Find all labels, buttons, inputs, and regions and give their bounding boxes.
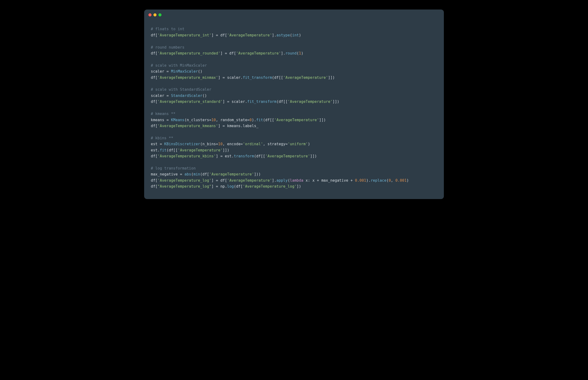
code-identifier: ) bbox=[301, 51, 303, 56]
code-function: min bbox=[193, 172, 200, 176]
code-identifier: ( bbox=[386, 178, 388, 183]
code-identifier: ]. bbox=[281, 51, 285, 56]
code-identifier: ( bbox=[290, 33, 292, 37]
code-function: log bbox=[227, 184, 234, 189]
code-function: abs bbox=[184, 172, 191, 176]
code-function: MinMaxScaler bbox=[171, 69, 198, 74]
code-identifier: (n_bins= bbox=[200, 142, 218, 146]
code-string: "AverageTemperature_log" bbox=[157, 184, 211, 189]
code-string: 'ordinal' bbox=[243, 142, 263, 146]
code-number: 0.001 bbox=[355, 178, 366, 183]
code-identifier: ] = np. bbox=[211, 184, 227, 189]
code-identifier: , bbox=[391, 178, 395, 183]
code-identifier: () bbox=[202, 94, 207, 98]
code-identifier: ] = df[ bbox=[220, 51, 236, 56]
code-line: df['AverageTemperature_standard'] = scal… bbox=[151, 99, 437, 105]
code-string: 'AverageTemperature' bbox=[288, 99, 332, 104]
code-identifier: df[ bbox=[151, 184, 157, 189]
code-identifier: ] = scaler. bbox=[223, 99, 247, 104]
code-identifier: , random_state= bbox=[216, 118, 250, 122]
code-line: df['AverageTemperature_minmax'] = scaler… bbox=[151, 75, 437, 81]
code-comment: # kbins ** bbox=[151, 136, 173, 140]
code-string: 'AverageTemperature_log' bbox=[157, 178, 211, 183]
code-line bbox=[151, 57, 437, 62]
code-function: fit bbox=[160, 148, 167, 152]
minimize-icon[interactable] bbox=[154, 13, 156, 17]
code-string: 'AverageTemperature_kmeans' bbox=[157, 124, 218, 128]
code-string: 'uniform' bbox=[288, 142, 308, 146]
code-identifier: (df[[ bbox=[277, 99, 288, 104]
code-identifier: ]]) bbox=[332, 99, 339, 104]
code-line bbox=[151, 81, 437, 87]
code-identifier: ] = kmeans.labels_ bbox=[218, 124, 259, 128]
code-line: df["AverageTemperature_log"] = np.log(df… bbox=[151, 184, 437, 190]
code-line bbox=[151, 105, 437, 111]
code-identifier: max_negative = bbox=[151, 172, 184, 176]
code-identifier: ) bbox=[299, 33, 301, 37]
code-string: 'AverageTemperature' bbox=[209, 172, 254, 176]
code-number: 1 bbox=[299, 51, 301, 56]
code-window: # floats to intdf['AverageTemperature_in… bbox=[144, 10, 444, 199]
code-line: df['AverageTemperature_log'] = df['Avera… bbox=[151, 178, 437, 184]
code-function: astype bbox=[277, 33, 290, 37]
code-line: df['AverageTemperature_rounded'] = df['A… bbox=[151, 51, 437, 57]
code-function: transform bbox=[234, 154, 254, 158]
code-line: est.fit(df[['AverageTemperature']]) bbox=[151, 147, 437, 153]
code-string: 'AverageTemperature' bbox=[178, 148, 223, 152]
code-identifier: ]]) bbox=[319, 118, 326, 122]
code-identifier: (n_clusters= bbox=[184, 118, 211, 122]
code-comment: # scale with StandardScaler bbox=[151, 87, 211, 92]
code-line: est = KBinsDiscretizer(n_bins=10, encode… bbox=[151, 141, 437, 147]
code-identifier: ] = df[ bbox=[211, 33, 227, 37]
code-identifier: est. bbox=[151, 148, 160, 152]
code-number: 10 bbox=[211, 118, 216, 122]
code-string: 'AverageTemperature' bbox=[227, 178, 272, 183]
code-identifier: ( bbox=[191, 172, 193, 176]
code-identifier: , strategy= bbox=[263, 142, 288, 146]
code-number: 0 bbox=[389, 178, 391, 183]
code-line: # kmeans ** bbox=[151, 111, 437, 117]
code-string: 'AverageTemperature_int' bbox=[157, 33, 211, 37]
code-identifier: (df[[ bbox=[272, 76, 283, 80]
code-number: 10 bbox=[218, 142, 223, 146]
code-block: # floats to intdf['AverageTemperature_in… bbox=[144, 19, 444, 192]
code-comment: # floats to int bbox=[151, 27, 184, 31]
code-identifier: scaler = bbox=[151, 94, 171, 98]
code-identifier: ). bbox=[366, 178, 371, 183]
code-identifier: x: x + max_negative + bbox=[303, 178, 355, 183]
code-line: scaler = StandardScaler() bbox=[151, 93, 437, 99]
code-string: 'AverageTemperature' bbox=[265, 154, 310, 158]
code-string: 'AverageTemperature' bbox=[283, 76, 328, 80]
maximize-icon[interactable] bbox=[158, 13, 161, 17]
code-line bbox=[151, 129, 437, 135]
code-identifier: ] = scaler. bbox=[218, 76, 243, 80]
code-identifier: ]]) bbox=[310, 154, 317, 158]
code-identifier: (df[[ bbox=[254, 154, 265, 158]
code-identifier: ( bbox=[297, 51, 299, 56]
code-line: # round numbers bbox=[151, 44, 437, 51]
code-identifier: ( bbox=[288, 178, 290, 183]
code-line: df['AverageTemperature_kbins'] = est.tra… bbox=[151, 153, 437, 159]
code-string: 'AverageTemperature' bbox=[274, 118, 319, 122]
code-identifier: kmeans = bbox=[151, 118, 171, 122]
close-icon[interactable] bbox=[148, 13, 152, 17]
code-function: fit_transform bbox=[247, 99, 277, 104]
code-line: kmeans = KMeans(n_clusters=10, random_st… bbox=[151, 117, 437, 123]
code-line: df['AverageTemperature_kmeans'] = kmeans… bbox=[151, 123, 437, 129]
code-identifier: ] = df[ bbox=[211, 178, 227, 183]
code-string: 'AverageTemperature_standard' bbox=[157, 99, 223, 104]
code-identifier: ]) bbox=[297, 184, 301, 189]
code-function: fit_transform bbox=[243, 76, 272, 80]
code-identifier: df[ bbox=[151, 178, 157, 183]
code-line: max_negative = abs(min(df['AverageTemper… bbox=[151, 171, 437, 177]
code-line: # scale with MinMaxScaler bbox=[151, 63, 437, 69]
code-comment: # log transformation bbox=[151, 166, 196, 171]
code-identifier: df[ bbox=[151, 76, 157, 80]
code-identifier: scaler = bbox=[151, 69, 171, 74]
code-function: round bbox=[285, 51, 297, 56]
code-comment: # round numbers bbox=[151, 45, 184, 50]
code-identifier: (df[ bbox=[234, 184, 243, 189]
code-identifier: ). bbox=[252, 118, 256, 122]
code-identifier: df[ bbox=[151, 99, 157, 104]
code-number: 0.001 bbox=[395, 178, 407, 183]
